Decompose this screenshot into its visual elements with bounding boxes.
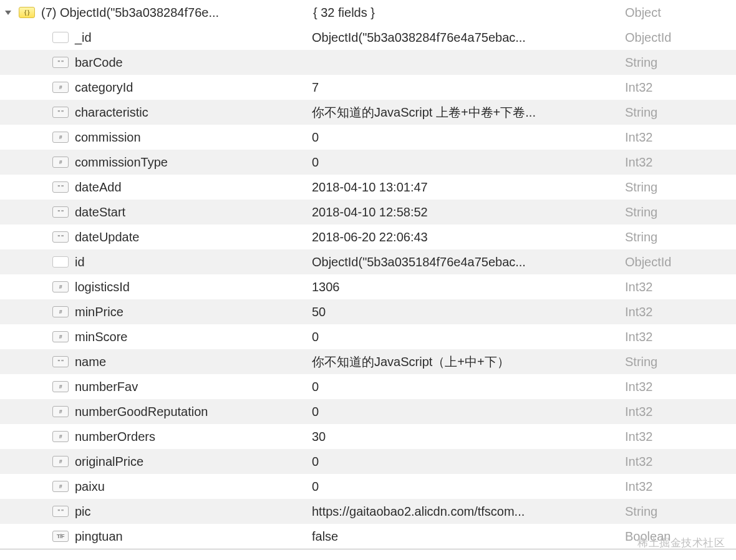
field-type: Int32 xyxy=(625,155,731,170)
tree-row[interactable]: T/FpingtuanfalseBoolean xyxy=(0,524,736,549)
tree-row-root[interactable]: { } (7) ObjectId("5b3a038284f76e... { 32… xyxy=(0,0,736,25)
field-value: 2018-04-10 13:01:47 xyxy=(312,180,625,195)
field-key: name xyxy=(75,355,106,369)
int-type-icon: # xyxy=(52,381,69,392)
tree-row[interactable]: " "characteristic你不知道的JavaScript 上卷+中卷+下… xyxy=(0,100,736,125)
tree-row[interactable]: #paixu0Int32 xyxy=(0,474,736,499)
doc-type-icon xyxy=(52,32,69,43)
field-value: 0 xyxy=(312,455,625,469)
field-key: logisticsId xyxy=(75,280,130,294)
field-key: _id xyxy=(75,31,92,45)
field-value: 0 xyxy=(312,380,625,394)
tree-row[interactable]: " "name你不知道的JavaScript（上+中+下）String xyxy=(0,349,736,374)
field-value: 你不知道的JavaScript 上卷+中卷+下卷... xyxy=(312,104,625,121)
tree-row[interactable]: #numberGoodReputation0Int32 xyxy=(0,399,736,424)
string-type-icon: " " xyxy=(52,356,69,367)
field-key: originalPrice xyxy=(75,455,143,469)
tree-row[interactable]: #numberFav0Int32 xyxy=(0,374,736,399)
field-type: Int32 xyxy=(625,280,731,294)
tree-row[interactable]: #originalPrice0Int32 xyxy=(0,449,736,474)
field-key: dateStart xyxy=(75,205,125,220)
field-key: minScore xyxy=(75,330,127,344)
tree-row[interactable]: " "dateAdd2018-04-10 13:01:47String xyxy=(0,175,736,200)
field-key: commissionType xyxy=(75,155,168,170)
string-type-icon: " " xyxy=(52,181,69,193)
field-key: dateUpdate xyxy=(75,230,139,244)
svg-marker-0 xyxy=(5,11,11,15)
tree-row[interactable]: #minPrice50Int32 xyxy=(0,299,736,324)
string-type-icon: " " xyxy=(52,107,69,118)
doc-type-icon xyxy=(52,256,69,268)
field-value: 2018-04-10 12:58:52 xyxy=(312,205,625,220)
tree-row[interactable]: #minScore0Int32 xyxy=(0,324,736,349)
bool-type-icon: T/F xyxy=(52,531,69,542)
int-type-icon: # xyxy=(52,281,69,292)
root-type: Object xyxy=(625,6,731,20)
field-key: minPrice xyxy=(75,305,123,319)
field-value: ObjectId("5b3a038284f76e4a75ebac... xyxy=(312,31,625,45)
field-key: paixu xyxy=(75,480,105,494)
field-value: 2018-06-20 22:06:43 xyxy=(312,230,625,244)
field-key: categoryId xyxy=(75,80,133,95)
field-key: numberFav xyxy=(75,380,138,394)
field-type: String xyxy=(625,230,731,244)
field-key: dateAdd xyxy=(75,180,122,195)
tree-row[interactable]: " "pichttps://gaitaobao2.alicdn.com/tfsc… xyxy=(0,499,736,524)
field-type: Int32 xyxy=(625,330,731,344)
field-value: 0 xyxy=(312,480,625,494)
document-tree: { } (7) ObjectId("5b3a038284f76e... { 32… xyxy=(0,0,736,549)
string-type-icon: " " xyxy=(52,231,69,243)
field-key: characteristic xyxy=(75,105,148,120)
int-type-icon: # xyxy=(52,132,69,143)
field-type: Int32 xyxy=(625,430,731,444)
tree-row[interactable]: #commissionType0Int32 xyxy=(0,150,736,175)
field-value: 1306 xyxy=(312,280,625,294)
int-type-icon: # xyxy=(52,456,69,467)
field-value: 0 xyxy=(312,330,625,344)
int-type-icon: # xyxy=(52,431,69,442)
field-value: false xyxy=(312,529,625,544)
int-type-icon: # xyxy=(52,406,69,417)
tree-row[interactable]: " "dateUpdate2018-06-20 22:06:43String xyxy=(0,224,736,249)
tree-row[interactable]: idObjectId("5b3a035184f76e4a75ebac...Obj… xyxy=(0,249,736,274)
field-value: 0 xyxy=(312,405,625,419)
field-type: String xyxy=(625,355,731,369)
int-type-icon: # xyxy=(52,82,69,93)
tree-row[interactable]: #logisticsId1306Int32 xyxy=(0,274,736,299)
string-type-icon: " " xyxy=(52,206,69,218)
field-type: ObjectId xyxy=(625,255,731,269)
watermark: 稀土掘金技术社区 xyxy=(637,536,725,550)
field-value: 50 xyxy=(312,305,625,319)
field-value: 0 xyxy=(312,130,625,145)
tree-row[interactable]: #commission0Int32 xyxy=(0,125,736,150)
tree-row[interactable]: " "barCodeString xyxy=(0,50,736,75)
field-type: Int32 xyxy=(625,455,731,469)
field-type: ObjectId xyxy=(625,31,731,45)
field-type: Int32 xyxy=(625,80,731,95)
field-value: https://gaitaobao2.alicdn.com/tfscom... xyxy=(312,504,625,519)
field-key: pic xyxy=(75,504,91,519)
string-type-icon: " " xyxy=(52,506,69,517)
tree-row[interactable]: #categoryId7Int32 xyxy=(0,75,736,100)
field-type: String xyxy=(625,105,731,120)
field-value: 30 xyxy=(312,430,625,444)
field-type: String xyxy=(625,205,731,220)
root-value: { 32 fields } xyxy=(313,6,625,20)
field-key: pingtuan xyxy=(75,529,123,544)
field-value: 7 xyxy=(312,80,625,95)
field-type: Int32 xyxy=(625,130,731,145)
int-type-icon: # xyxy=(52,157,69,168)
int-type-icon: # xyxy=(52,481,69,492)
field-value: 0 xyxy=(312,155,625,170)
field-type: Int32 xyxy=(625,305,731,319)
string-type-icon: " " xyxy=(52,57,69,68)
expand-toggle-icon[interactable] xyxy=(1,6,15,19)
tree-row[interactable]: _idObjectId("5b3a038284f76e4a75ebac...Ob… xyxy=(0,25,736,50)
tree-row[interactable]: #numberOrders30Int32 xyxy=(0,424,736,449)
field-key: id xyxy=(75,255,85,269)
field-key: numberOrders xyxy=(75,430,155,444)
field-key: barCode xyxy=(75,56,123,70)
field-type: Int32 xyxy=(625,380,731,394)
tree-row[interactable]: " "dateStart2018-04-10 12:58:52String xyxy=(0,200,736,224)
field-type: String xyxy=(625,180,731,195)
